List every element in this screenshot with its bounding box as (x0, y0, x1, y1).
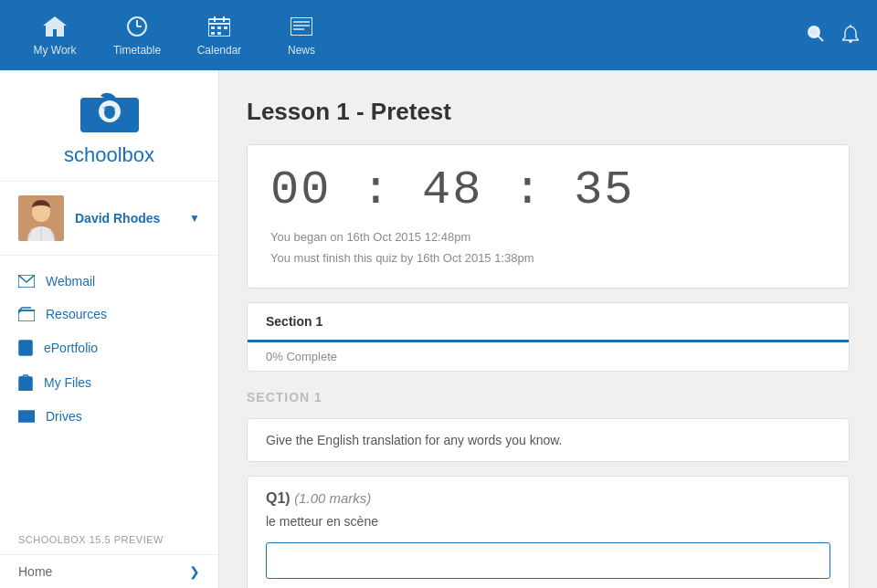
timer-display: 00 : 48 : 35 (270, 163, 826, 217)
section-label: SECTION 1 (247, 390, 850, 404)
nav-item-news[interactable]: News (274, 14, 329, 57)
svg-rect-12 (291, 17, 312, 36)
svg-rect-28 (18, 310, 35, 321)
svg-point-36 (30, 412, 33, 415)
question-text: le metteur en scène (266, 514, 830, 529)
sidebar-item-eportfolio[interactable]: ePortfolio (0, 331, 218, 365)
sidebar-version: SCHOOLBOX 15.5 PREVIEW (0, 525, 218, 554)
svg-rect-35 (18, 415, 35, 417)
notifications-button[interactable] (842, 25, 859, 47)
my-work-icon (42, 14, 68, 39)
section-progress-card: Section 1 0% Complete (247, 302, 850, 372)
section-card-header: Section 1 (248, 303, 849, 342)
svg-rect-10 (211, 32, 215, 35)
timer-info: You began on 16th Oct 2015 12:48pm You m… (270, 226, 826, 269)
sidebar-item-webmail[interactable]: Webmail (0, 265, 218, 298)
sidebar-item-my-files[interactable]: My Files (0, 365, 218, 400)
sidebar-nav: Webmail Resources ePortfolio (0, 256, 218, 525)
timer-sep1: : (362, 163, 392, 217)
search-button[interactable] (808, 26, 824, 46)
nav-item-my-work[interactable]: My Work (27, 14, 82, 57)
logo-text: schoolbox (64, 143, 154, 167)
section-progress: 0% Complete (248, 342, 849, 371)
calendar-icon (206, 14, 232, 39)
instruction-text: Give the English translation for any wor… (266, 433, 563, 447)
sidebar: schoolbox David Rhodes ▼ (0, 70, 219, 588)
sidebar-item-drives[interactable]: Drives (0, 400, 218, 433)
question-card: Q1) (1.00 marks) le metteur en scène (247, 476, 850, 588)
section-title: Section 1 (266, 314, 830, 329)
svg-rect-11 (217, 32, 221, 35)
svg-rect-33 (19, 377, 32, 391)
sidebar-item-label: Resources (46, 307, 107, 321)
nav-items: My Work Timetable (27, 14, 329, 57)
svg-point-37 (30, 418, 33, 421)
timer-finish: You must finish this quiz by 16th Oct 20… (270, 247, 826, 268)
timer-hours: 00 (270, 163, 331, 217)
timer-minutes: 48 (422, 163, 482, 217)
sidebar-item-label: Webmail (46, 274, 95, 289)
svg-rect-8 (217, 26, 221, 29)
svg-rect-9 (224, 26, 227, 29)
news-icon (289, 14, 314, 39)
avatar (18, 195, 64, 241)
answer-input[interactable] (266, 542, 830, 579)
nav-item-label: News (288, 44, 315, 57)
nav-item-label: Calendar (197, 44, 242, 57)
nav-item-label: My Work (33, 44, 76, 57)
nav-item-timetable[interactable]: Timetable (110, 14, 164, 57)
svg-point-20 (104, 106, 115, 119)
content-area: Lesson 1 - Pretest 00 : 48 : 35 You bega… (219, 70, 877, 588)
svg-point-16 (808, 26, 819, 37)
sidebar-logo: schoolbox (0, 70, 218, 182)
chevron-right-icon: ❯ (189, 564, 200, 579)
top-navigation: My Work Timetable (0, 0, 877, 70)
user-dropdown-icon: ▼ (189, 212, 200, 225)
top-nav-right (808, 25, 859, 47)
timer-seconds: 35 (574, 163, 634, 217)
sidebar-item-label: Drives (46, 409, 82, 424)
question-number: Q1) (266, 490, 291, 506)
page-title: Lesson 1 - Pretest (247, 98, 850, 126)
svg-rect-7 (211, 26, 215, 29)
instruction-card: Give the English translation for any wor… (247, 418, 850, 462)
timer-sep2: : (513, 163, 544, 217)
nav-item-label: Timetable (113, 44, 161, 57)
timer-card: 00 : 48 : 35 You began on 16th Oct 2015 … (247, 144, 850, 289)
home-label: Home (18, 564, 52, 579)
timetable-icon (124, 14, 150, 39)
question-header: Q1) (1.00 marks) (266, 490, 830, 507)
sidebar-item-resources[interactable]: Resources (0, 298, 218, 331)
sidebar-item-home[interactable]: Home ❯ (0, 554, 218, 588)
nav-item-calendar[interactable]: Calendar (192, 14, 247, 57)
main-layout: schoolbox David Rhodes ▼ (0, 70, 877, 588)
question-marks: (1.00 marks) (294, 490, 371, 506)
timer-started: You began on 16th Oct 2015 12:48pm (270, 226, 826, 247)
sidebar-item-label: My Files (44, 375, 91, 390)
user-profile[interactable]: David Rhodes ▼ (0, 182, 218, 256)
svg-line-17 (819, 36, 824, 41)
sidebar-item-label: ePortfolio (44, 341, 98, 355)
user-name: David Rhodes (75, 211, 178, 226)
logo-icon (73, 89, 146, 139)
